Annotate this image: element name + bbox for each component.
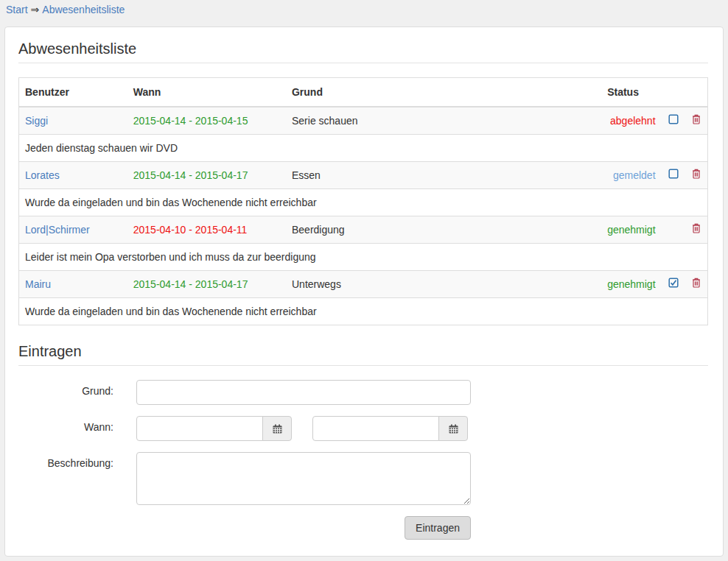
header-delete-spacer (685, 78, 707, 107)
table-row: Lorates 2015-04-14 - 2015-04-17 Essen ge… (19, 162, 708, 189)
status-badge: abgelehnt (601, 107, 661, 135)
user-link[interactable]: Lorates (25, 169, 60, 181)
header-benutzer: Benutzer (19, 78, 127, 107)
absence-reason: Beerdigung (286, 216, 601, 244)
breadcrumb: Start⇒Abwesenheitsliste (0, 0, 728, 27)
breadcrumb-separator-icon: ⇒ (31, 4, 40, 15)
table-header-row: Benutzer Wann Grund Status (19, 78, 708, 107)
eintragen-button[interactable]: Eintragen (405, 516, 471, 540)
entry-section-title: Eintragen (18, 343, 708, 359)
header-status: Status (601, 78, 661, 107)
table-description-row: Wurde da eingeladen und bin das Wochenen… (19, 189, 708, 216)
absence-dates: 2015-04-14 - 2015-04-17 (127, 162, 286, 189)
breadcrumb-link-start[interactable]: Start (6, 4, 28, 15)
grund-label: Grund: (18, 380, 136, 397)
absence-dates: 2015-04-10 - 2015-04-11 (127, 216, 286, 244)
absence-reason: Essen (286, 162, 601, 189)
table-description-row: Wurde da eingeladen und bin das Wochenen… (19, 298, 708, 325)
date-from-input[interactable] (136, 416, 263, 441)
header-grund: Grund (286, 78, 601, 107)
table-row: Mairu 2015-04-14 - 2015-04-17 Unterwegs … (19, 271, 708, 298)
date-to-input[interactable] (312, 416, 439, 441)
beschreibung-label: Beschreibung: (18, 452, 136, 469)
header-checkbox-spacer (662, 78, 686, 107)
trash-icon[interactable] (692, 223, 701, 233)
wann-label: Wann: (18, 416, 136, 433)
checkbox-checked-icon[interactable] (668, 278, 679, 288)
divider (18, 365, 708, 366)
date-from-group (136, 416, 292, 441)
page-title: Abwesenheitsliste (18, 40, 708, 57)
date-from-calendar-button[interactable] (262, 416, 292, 441)
trash-icon[interactable] (692, 169, 701, 179)
beschreibung-textarea[interactable] (136, 452, 471, 505)
calendar-icon (449, 424, 458, 434)
absence-description: Wurde da eingeladen und bin das Wochenen… (19, 189, 708, 216)
divider (18, 63, 708, 63)
table-description-row: Leider ist mein Opa verstorben und ich m… (19, 244, 708, 271)
calendar-icon (273, 424, 282, 434)
checkbox-unchecked-icon[interactable] (668, 169, 679, 179)
table-row: Siggi 2015-04-14 - 2015-04-15 Serie scha… (19, 107, 708, 135)
status-badge: genehmigt (601, 271, 661, 298)
grund-input[interactable] (136, 380, 471, 405)
absence-description: Leider ist mein Opa verstorben und ich m… (19, 244, 708, 271)
user-link[interactable]: Mairu (25, 278, 51, 290)
absence-dates: 2015-04-14 - 2015-04-17 (127, 271, 286, 298)
absence-reason: Unterwegs (286, 271, 601, 298)
checkbox-unchecked-icon[interactable] (668, 114, 679, 124)
main-panel: Abwesenheitsliste Benutzer Wann Grund St… (4, 27, 724, 557)
table-description-row: Jeden dienstag schauen wir DVD (19, 135, 708, 162)
table-row: Lord|Schirmer 2015-04-10 - 2015-04-11 Be… (19, 216, 708, 244)
status-badge: gemeldet (601, 162, 661, 189)
absence-reason: Serie schauen (286, 107, 601, 135)
absence-table: Benutzer Wann Grund Status Siggi 2015-04… (18, 77, 708, 325)
trash-icon[interactable] (692, 278, 701, 288)
status-badge: genehmigt (601, 216, 661, 244)
absence-description: Jeden dienstag schauen wir DVD (19, 135, 708, 162)
absence-description: Wurde da eingeladen und bin das Wochenen… (19, 298, 708, 325)
user-link[interactable]: Lord|Schirmer (25, 224, 90, 236)
absence-dates: 2015-04-14 - 2015-04-15 (127, 107, 286, 135)
entry-form: Grund: Wann: Beschreibung: Eintragen (18, 380, 708, 540)
date-to-group (312, 416, 468, 441)
trash-icon[interactable] (692, 114, 701, 124)
breadcrumb-link-abwesenheitsliste[interactable]: Abwesenheitsliste (42, 4, 125, 15)
user-link[interactable]: Siggi (25, 115, 48, 127)
date-to-calendar-button[interactable] (438, 416, 468, 441)
header-wann: Wann (127, 78, 286, 107)
